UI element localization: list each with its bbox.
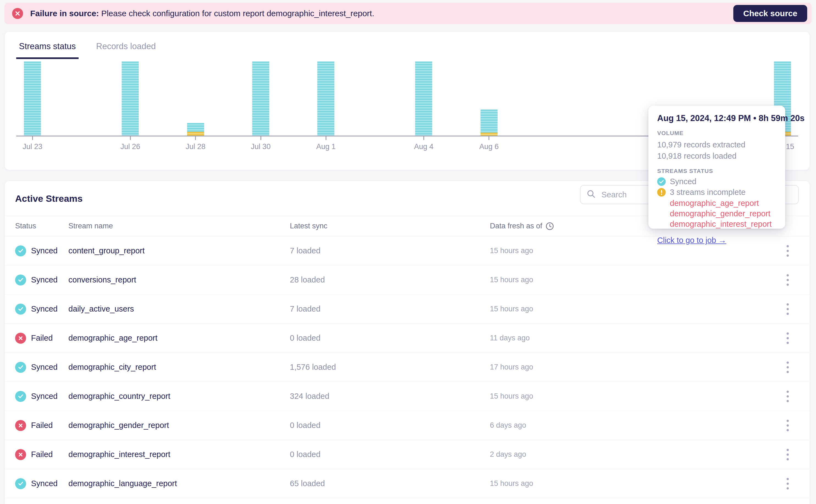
data-fresh-value: 15 hours ago (490, 305, 745, 313)
synced-check-icon (15, 391, 26, 402)
axis-label-jul-23: Jul 23 (23, 142, 42, 151)
sync-bar-aug-4[interactable] (415, 61, 432, 136)
table-row-demographic_age_report: Faileddemographic_age_report0 loaded11 d… (5, 324, 810, 353)
row-menu-kebab-icon[interactable] (780, 416, 795, 435)
tab-records-loaded[interactable]: Records loaded (93, 41, 158, 59)
data-fresh-value: 2 days ago (490, 450, 745, 459)
error-banner: Failure in source: Please check configur… (4, 3, 812, 24)
stream-name: demographic_gender_report (68, 421, 290, 430)
table-row-demographic_gender_report: Faileddemographic_gender_report0 loaded6… (5, 411, 810, 440)
error-circle-icon (12, 8, 23, 19)
incomplete-stream-link[interactable]: demographic_gender_report (670, 208, 776, 219)
row-menu-kebab-icon[interactable] (780, 387, 795, 406)
status-label: Failed (31, 450, 53, 459)
axis-tick (261, 136, 261, 140)
latest-sync-value: 7 loaded (290, 304, 490, 313)
axis-tick (326, 136, 326, 140)
failed-x-icon (15, 333, 26, 344)
sync-bar-jul-30[interactable] (252, 61, 269, 136)
axis-tick (488, 136, 489, 140)
latest-sync-value: 1,576 loaded (290, 363, 490, 372)
clock-icon (546, 222, 554, 230)
stream-name: demographic_language_report (68, 479, 290, 488)
tooltip-incomplete-links: demographic_age_reportdemographic_gender… (670, 198, 776, 229)
axis-label-aug-4: Aug 4 (414, 142, 434, 151)
warning-segment (187, 132, 204, 136)
row-menu-kebab-icon[interactable] (780, 270, 795, 290)
axis-tick (32, 136, 33, 140)
latest-sync-value: 0 loaded (290, 334, 490, 343)
tooltip-title: Aug 15, 2024, 12:49 PM • 8h 59m 20s (657, 113, 776, 123)
tooltip-incomplete-row: 3 streams incomplete (657, 188, 776, 197)
row-menu-kebab-icon[interactable] (780, 241, 795, 261)
table-row-daily_active_users: Synceddaily_active_users7 loaded15 hours… (5, 295, 810, 324)
check-source-button[interactable]: Check source (733, 5, 807, 22)
stream-name: demographic_country_report (68, 392, 290, 401)
axis-label-jul-30: Jul 30 (251, 142, 271, 151)
tooltip-streams-status-label: STREAMS STATUS (657, 168, 776, 174)
sync-bar-jul-23[interactable] (24, 61, 41, 136)
data-fresh-value: 11 days ago (490, 334, 745, 342)
status-cell: Failed (15, 449, 68, 460)
table-row-demographic_interest_report: Faileddemographic_interest_report0 loade… (5, 440, 810, 469)
stream-name: demographic_city_report (68, 363, 290, 372)
axis-label-aug-1: Aug 1 (316, 142, 336, 151)
row-menu-kebab-icon[interactable] (780, 358, 795, 377)
tooltip-records-loaded: 10,918 records loaded (657, 150, 776, 162)
table-row-demographic_city_report: Synceddemographic_city_report1,576 loade… (5, 353, 810, 382)
data-fresh-value: 15 hours ago (490, 479, 745, 488)
table-row-demographic_language_report: Synceddemographic_language_report65 load… (5, 469, 810, 498)
status-label: Synced (31, 275, 58, 284)
status-cell: Synced (15, 245, 68, 256)
sync-bar-jul-28[interactable] (187, 123, 204, 136)
active-streams-title: Active Streams (15, 193, 83, 204)
sync-bar-aug-1[interactable] (317, 61, 334, 136)
latest-sync-value: 324 loaded (290, 392, 490, 401)
row-menu-kebab-icon[interactable] (780, 329, 795, 348)
status-cell: Synced (15, 275, 68, 285)
column-header-latest-sync: Latest sync (290, 222, 490, 230)
latest-sync-value: 28 loaded (290, 275, 490, 284)
pipeline-dashboard: Failure in source: Please check configur… (0, 0, 816, 504)
stream-name: daily_active_users (68, 304, 290, 313)
axis-tick (195, 136, 196, 140)
synced-check-icon (15, 478, 26, 489)
error-banner-message: Failure in source: Please check configur… (30, 9, 374, 18)
tab-streams-status[interactable]: Streams status (16, 41, 79, 59)
tooltip-records-extracted: 10,979 records extracted (657, 139, 776, 150)
incomplete-stream-link[interactable]: demographic_interest_report (670, 219, 776, 229)
tooltip-volume-label: VOLUME (657, 130, 776, 136)
sync-bar-aug-6[interactable] (480, 110, 497, 136)
data-fresh-value: 17 hours ago (490, 363, 745, 371)
status-label: Failed (31, 421, 53, 430)
synced-check-icon (15, 362, 26, 373)
status-label: Synced (31, 479, 58, 488)
stream-name: demographic_interest_report (68, 450, 290, 459)
sync-bar-jul-26[interactable] (122, 61, 139, 136)
status-cell: Failed (15, 333, 68, 344)
axis-tick (130, 136, 131, 140)
column-header-stream-name: Stream name (68, 222, 290, 230)
status-cell: Synced (15, 391, 68, 402)
axis-label-jul-26: Jul 26 (120, 142, 140, 151)
row-menu-kebab-icon[interactable] (780, 445, 795, 464)
incomplete-stream-link[interactable]: demographic_age_report (670, 198, 776, 208)
table-row-demographic_country_report: Synceddemographic_country_report324 load… (5, 382, 810, 411)
go-to-job-link[interactable]: Click to go to job → (657, 236, 726, 245)
status-cell: Synced (15, 304, 68, 315)
chart-tabs: Streams statusRecords loaded (16, 32, 798, 59)
status-label: Failed (31, 334, 53, 343)
warning-icon (657, 188, 666, 197)
status-label: Synced (31, 304, 58, 313)
data-fresh-value: 15 hours ago (490, 247, 745, 255)
synced-check-icon (15, 245, 26, 256)
status-cell: Synced (15, 362, 68, 373)
failed-x-icon (15, 449, 26, 460)
row-menu-kebab-icon[interactable] (780, 299, 795, 319)
stream-name: demographic_age_report (68, 334, 290, 343)
stream-name: conversions_report (68, 275, 290, 284)
axis-label-aug-6: Aug 6 (479, 142, 499, 151)
status-label: Synced (31, 246, 58, 255)
row-menu-kebab-icon[interactable] (780, 474, 795, 493)
synced-check-icon (15, 275, 26, 285)
